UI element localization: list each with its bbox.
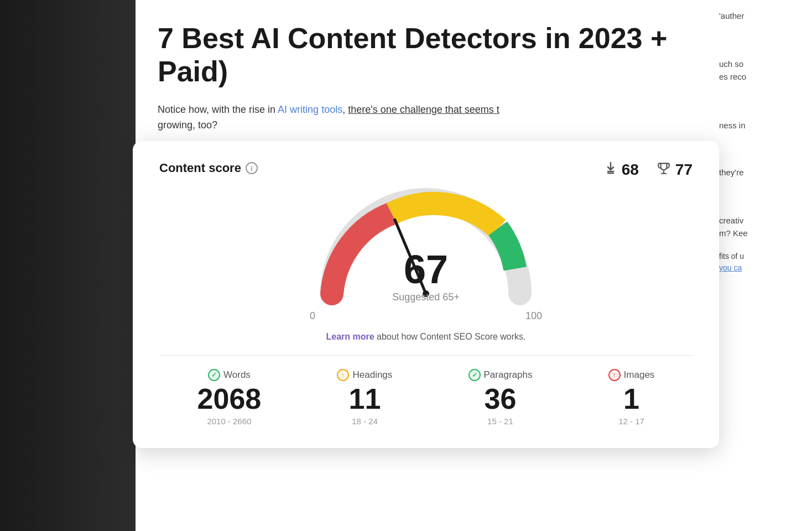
content-score-title: Content score [159, 161, 241, 175]
subtitle-underlined: there's one challenge that seems t [348, 104, 499, 115]
average-score-value: 68 [622, 161, 639, 179]
gauge-number: 67 [392, 249, 460, 289]
subtitle-end: growing, too? [158, 119, 217, 131]
snippet-5: creativm? Kee [719, 215, 805, 240]
stat-headings-range: 18 - 24 [352, 417, 378, 426]
average-score-badge: 68 [604, 161, 639, 179]
subtitle-pre: Notice how, with the rise in [158, 104, 278, 115]
average-score-icon [604, 162, 617, 178]
stat-words-icon: ✓ [208, 369, 220, 381]
stat-paragraphs-label: Paragraphs [484, 369, 533, 381]
stat-images-range: 12 - 17 [618, 417, 644, 426]
stat-paragraphs-range: 15 - 21 [487, 417, 513, 426]
snippet-1: 'auther [719, 11, 805, 20]
snippet-6: fits of uyou ca [719, 251, 805, 274]
gauge-suggested: Suggested 65+ [392, 291, 460, 303]
stat-images-icon: ↑ [608, 369, 621, 381]
gauge-container: 67 Suggested 65+ 0 100 [310, 183, 542, 322]
learn-more-row: Learn more about how Content SEO Score w… [159, 332, 693, 342]
card-header: Content score i 68 [159, 161, 693, 179]
stat-headings-label: Headings [352, 369, 392, 381]
stat-words-range: 2010 - 2660 [207, 417, 251, 426]
snippet-2: uch soes reco [719, 58, 805, 83]
ai-writing-tools-link[interactable]: AI writing tools [278, 104, 342, 115]
gauge-label-max: 100 [525, 310, 542, 322]
top-score-badge: 77 [657, 161, 693, 179]
content-score-label: Content score i [159, 161, 258, 175]
stat-words-label-row: ✓ Words [208, 369, 251, 381]
stat-headings-label-row: ↑ Headings [337, 369, 392, 381]
dark-left-panel [0, 0, 136, 531]
stat-words-label: Words [223, 369, 251, 381]
stat-images: ↑ Images 1 12 - 17 [608, 369, 655, 426]
stat-paragraphs: ✓ Paragraphs 36 15 - 21 [469, 369, 533, 426]
snippet-3: ness in [719, 121, 805, 130]
gauge-score: 67 Suggested 65+ [392, 249, 460, 303]
stats-row: ✓ Words 2068 2010 - 2660 ↑ Headings 11 1… [159, 369, 693, 426]
subtitle-post: , [342, 104, 348, 115]
stat-paragraphs-label-row: ✓ Paragraphs [469, 369, 533, 381]
card-divider [159, 355, 693, 356]
stat-images-value: 1 [623, 384, 639, 413]
gauge-labels: 0 100 [310, 310, 542, 322]
score-badges: 68 77 [604, 161, 693, 179]
stat-images-label-row: ↑ Images [608, 369, 655, 381]
stat-headings-icon: ↑ [337, 369, 349, 381]
stat-headings-value: 11 [348, 384, 381, 413]
stat-words: ✓ Words 2068 2010 - 2660 [197, 369, 262, 426]
stat-words-value: 2068 [197, 384, 262, 413]
learn-more-text: about how Content SEO Score works. [374, 332, 526, 341]
gauge-label-min: 0 [310, 310, 315, 322]
right-snippets-panel: 'auther uch soes reco ness in they're cr… [712, 0, 812, 531]
stat-headings: ↑ Headings 11 18 - 24 [337, 369, 392, 426]
stat-paragraphs-icon: ✓ [469, 369, 481, 381]
article-subtitle: Notice how, with the rise in AI writing … [158, 102, 779, 134]
info-icon[interactable]: i [246, 162, 258, 174]
trophy-icon [657, 161, 671, 179]
stat-images-label: Images [624, 369, 655, 381]
top-score-value: 77 [675, 161, 693, 179]
learn-more-link[interactable]: Learn more [326, 332, 374, 341]
article-title: 7 Best AI Content Detectors in 2023 + Pa… [158, 22, 779, 88]
score-card: Content score i 68 [133, 141, 719, 448]
snippet-4: they're [719, 168, 805, 177]
stat-paragraphs-value: 36 [485, 384, 517, 413]
